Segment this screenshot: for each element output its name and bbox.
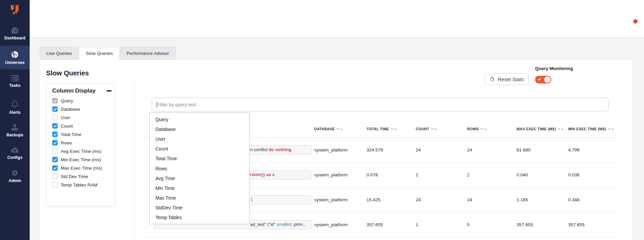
count-cell: 24 xyxy=(416,197,467,202)
sort-arrows-icon[interactable] xyxy=(431,128,437,130)
column-header-count[interactable]: COUNT xyxy=(416,127,467,131)
column-option-rows[interactable]: Rows xyxy=(52,140,113,146)
dropdown-item-query[interactable]: Query xyxy=(150,114,249,124)
checkbox-checked[interactable] xyxy=(52,165,58,171)
column-option-label: Count xyxy=(61,124,73,129)
query-subtabs: Live QueriesSlow QueriesPerformance Advi… xyxy=(40,47,176,60)
sidebar-item-label: Dashboard xyxy=(4,36,26,40)
max-exec-time-cell: 0.040 xyxy=(517,172,568,177)
checkbox-unchecked[interactable] xyxy=(52,148,58,154)
dropdown-item-rows[interactable]: Rows xyxy=(150,164,249,173)
sort-arrows-icon[interactable] xyxy=(480,128,487,130)
column-option-label: Rows xyxy=(61,140,72,145)
column-option-max-exec-time-ms-[interactable]: Max Exec Time (ms) xyxy=(52,165,113,171)
subtab-performance-advisor[interactable]: Performance Advisor xyxy=(120,47,176,60)
gauge-icon xyxy=(10,27,19,34)
sidebar-item-configs[interactable]: Configs xyxy=(0,141,30,165)
collapse-minus-icon[interactable] xyxy=(107,90,112,92)
sidebar-item-backups[interactable]: Backups xyxy=(0,118,30,142)
sidebar-item-universes[interactable]: Universes xyxy=(0,46,30,69)
dropdown-item-stddev-time[interactable]: StdDev Time xyxy=(150,203,249,213)
column-option-label: Max Exec Time (ms) xyxy=(61,166,102,171)
sort-arrows-icon[interactable] xyxy=(391,128,397,130)
sidebar-item-label: Alerts xyxy=(9,110,21,115)
column-option-query[interactable]: Query xyxy=(52,98,113,104)
subtab-slow-queries[interactable]: Slow Queries xyxy=(79,47,120,60)
checkbox-checked[interactable] xyxy=(52,132,58,137)
checkbox-checked[interactable] xyxy=(52,157,58,162)
column-option-label: Min Exec Time (ms) xyxy=(61,157,101,162)
sort-arrows-icon[interactable] xyxy=(558,128,564,130)
max-exec-time-cell: 357.655 xyxy=(517,222,568,227)
reset-stats-button[interactable]: Reset Stats xyxy=(485,73,529,85)
query-text: ad_test" ("id" smallint, prim... xyxy=(250,222,306,227)
column-header-rows[interactable]: ROWS xyxy=(467,127,517,131)
reset-icon xyxy=(489,76,495,82)
sidebar-item-label: Backups xyxy=(6,133,23,137)
checkbox-unchecked[interactable] xyxy=(52,115,58,120)
checkbox-checked[interactable] xyxy=(52,98,58,103)
backup-upload-icon xyxy=(11,124,19,131)
sidebar-item-label: Tasks xyxy=(9,83,20,88)
query-monitoring-toggle[interactable] xyxy=(535,76,551,83)
checkbox-checked[interactable] xyxy=(52,123,58,129)
total-time-cell: 324.579 xyxy=(367,147,416,152)
sort-arrows-icon[interactable] xyxy=(336,128,343,130)
dropdown-item-min-time[interactable]: Min Time xyxy=(150,183,249,193)
column-header-min-exec-time-ms-[interactable]: MIN EXEC TIME (MS) xyxy=(568,127,619,131)
column-filter-dropdown: QueryDatabaseUserCountTotal TimeRowsAvg … xyxy=(149,112,250,224)
column-header-total-time[interactable]: TOTAL TIME xyxy=(367,127,416,131)
checkbox-checked[interactable] xyxy=(52,106,58,112)
total-time-cell: 15.425 xyxy=(367,197,416,202)
top-bar xyxy=(30,0,644,37)
dropdown-item-count[interactable]: Count xyxy=(150,144,249,154)
toggle-check-icon xyxy=(537,77,541,81)
column-option-database[interactable]: Database xyxy=(52,106,113,112)
dropdown-item-max-time[interactable]: Max Time xyxy=(150,193,249,203)
toggle-knob xyxy=(544,76,551,83)
sort-arrows-icon[interactable] xyxy=(608,128,614,130)
checkbox-unchecked[interactable] xyxy=(52,182,58,187)
total-time-cell: 357.655 xyxy=(367,222,416,227)
column-option-label: Temp Tables RAM xyxy=(61,182,97,187)
max-exec-time-cell: 1.185 xyxy=(517,197,568,202)
column-header-label: MIN EXEC TIME (MS) xyxy=(568,127,606,131)
sidebar-item-alerts[interactable]: Alerts xyxy=(0,96,30,119)
rows-cell: 0 xyxy=(467,222,517,227)
sidebar-item-admin[interactable]: Admin xyxy=(0,164,30,188)
column-option-label: Query xyxy=(61,98,73,103)
dropdown-item-avg-time[interactable]: Avg Time xyxy=(150,173,249,183)
column-option-min-exec-time-ms-[interactable]: Min Exec Time (ms) xyxy=(52,157,113,163)
column-option-user[interactable]: User xyxy=(52,114,113,121)
column-display-title: Column Display xyxy=(52,88,95,94)
column-option-label: Std Dev Time xyxy=(61,174,88,179)
column-option-avg-exec-time-ms-[interactable]: Avg Exec Time (ms) xyxy=(52,148,113,154)
database-cell: system_platform xyxy=(314,222,367,227)
dropdown-item-database[interactable]: Database xyxy=(150,124,249,134)
total-time-cell: 0.078 xyxy=(367,172,416,177)
sidebar: DashboardUniversesTasksAlertsBackupsConf… xyxy=(0,0,30,240)
column-option-total-time[interactable]: Total Time xyxy=(52,131,113,137)
column-option-count[interactable]: Count xyxy=(52,123,113,129)
column-option-std-dev-time[interactable]: Std Dev Time xyxy=(52,173,113,179)
sidebar-item-label: Universes xyxy=(5,60,24,65)
sidebar-item-label: Configs xyxy=(7,155,23,160)
column-header-database[interactable]: DATABASE xyxy=(314,127,367,131)
subtab-live-queries[interactable]: Live Queries xyxy=(40,47,79,60)
sidebar-item-dashboard[interactable]: Dashboard xyxy=(0,22,30,45)
sidebar-item-tasks[interactable]: Tasks xyxy=(0,69,30,93)
checkbox-unchecked[interactable] xyxy=(52,174,58,179)
dropdown-item-total-time[interactable]: Total Time xyxy=(150,154,249,164)
dropdown-item-temp-tables[interactable]: Temp Tables xyxy=(150,213,249,222)
max-exec-time-cell: 61.680 xyxy=(517,147,568,152)
query-filter-input[interactable]: Filter by query text xyxy=(152,98,609,111)
dropdown-item-user[interactable]: User xyxy=(150,134,249,144)
rows-cell: 24 xyxy=(467,197,517,202)
database-cell: system_platform xyxy=(314,147,367,152)
column-option-temp-tables-ram[interactable]: Temp Tables RAM xyxy=(52,182,113,188)
yugabyte-logo[interactable] xyxy=(0,2,30,18)
checkbox-checked[interactable] xyxy=(52,140,58,145)
column-header-max-exec-time-ms-[interactable]: MAX EXEC TIME (MS) xyxy=(517,127,568,131)
filter-placeholder: Filter by query text xyxy=(157,102,196,107)
query-text: rsion()) as x xyxy=(250,172,274,177)
